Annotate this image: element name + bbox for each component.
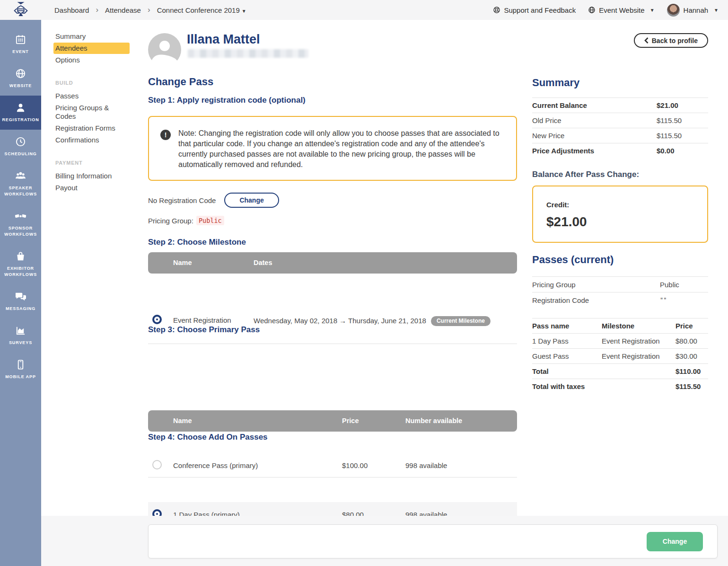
arrow-right-icon: → bbox=[337, 317, 348, 325]
submenu-item-pricing-groups[interactable]: Pricing Groups & Codes bbox=[53, 102, 130, 122]
submenu-item-confirmations[interactable]: Confirmations bbox=[53, 134, 130, 146]
submenu-item-attendees[interactable]: Attendees bbox=[53, 43, 130, 54]
submenu-item-payout[interactable]: Payout bbox=[53, 182, 130, 194]
milestone-row-event-registration[interactable]: Event Registration Wednesday, May 02, 20… bbox=[148, 295, 517, 344]
chevron-right-icon: › bbox=[96, 5, 98, 15]
credit-label: Credit: bbox=[546, 201, 694, 209]
chart-icon bbox=[15, 325, 26, 336]
sidebar-item-event[interactable]: EVENT bbox=[0, 27, 41, 62]
action-footer: Change bbox=[41, 516, 728, 566]
support-feedback-link[interactable]: Support and Feedback bbox=[493, 6, 576, 14]
lifebuoy-icon bbox=[493, 6, 500, 14]
step4-heading: Step 4: Choose Add On Passes bbox=[148, 433, 268, 442]
submenu-heading-payment: PAYMENT bbox=[55, 160, 130, 166]
summary-row-old-price: Old Price $115.50 bbox=[532, 113, 708, 128]
summary-row-price-adjustments: Price Adjustments $0.00 bbox=[532, 143, 708, 158]
back-to-profile-button[interactable]: Back to profile bbox=[634, 33, 708, 48]
passes-total-taxes-row: Total with taxes $115.50 bbox=[532, 379, 708, 394]
calendar-icon bbox=[15, 34, 26, 45]
passes-table-header: Pass name Milestone Price bbox=[532, 318, 708, 333]
action-footer-box: Change bbox=[148, 524, 718, 558]
credit-value: $21.00 bbox=[546, 214, 694, 230]
sidebar-item-sponsor-workflows[interactable]: SPONSOR WORKFLOWS bbox=[0, 204, 41, 244]
sidebar-item-mobile-app[interactable]: MOBILE APP bbox=[0, 353, 41, 387]
person-icon bbox=[15, 102, 26, 113]
breadcrumb: Dashboard › Attendease › Connect Confere… bbox=[54, 5, 246, 15]
chevron-down-icon: ▼ bbox=[650, 8, 655, 13]
passes-table: Pass name Milestone Price 1 Day Pass Eve… bbox=[532, 318, 708, 394]
breadcrumb-dashboard[interactable]: Dashboard bbox=[54, 6, 89, 14]
event-website-link[interactable]: Event Website ▼ bbox=[588, 6, 654, 14]
pricing-group-row: Pricing Group: Public bbox=[148, 216, 224, 225]
bee-logo-icon bbox=[12, 1, 29, 18]
main-content: Illana Mattel Back to profile Change Pas… bbox=[137, 20, 728, 566]
credit-box: Credit: $21.00 bbox=[532, 186, 708, 243]
chevron-right-icon: › bbox=[148, 5, 150, 15]
primary-pass-radio[interactable] bbox=[152, 460, 162, 469]
page-title: Change Pass bbox=[148, 76, 213, 88]
balance-after-heading: Balance After Pass Change: bbox=[532, 170, 639, 179]
milestone-table-header: Name Dates bbox=[148, 252, 517, 274]
sidebar-item-website[interactable]: WEBSITE bbox=[0, 62, 41, 96]
primary-pass-table-header: Name Price Number available bbox=[148, 410, 517, 432]
sidebar-item-speaker-workflows[interactable]: SPEAKER WORKFLOWS bbox=[0, 164, 41, 204]
chat-icon bbox=[15, 291, 26, 302]
summary-title: Summary bbox=[532, 77, 579, 89]
handshake-icon bbox=[15, 211, 26, 221]
step3-heading: Step 3: Choose Primary Pass bbox=[148, 325, 260, 335]
pricing-group-value: Public bbox=[196, 216, 224, 225]
summary-table: Current Balance $21.00 Old Price $115.50… bbox=[532, 97, 708, 158]
passes-total-row: Total $110.00 bbox=[532, 363, 708, 379]
registration-code-note: ! Note: Changing the registration code w… bbox=[148, 116, 517, 181]
user-menu[interactable]: Hannah ▼ bbox=[667, 4, 719, 17]
sidebar-item-surveys[interactable]: SURVEYS bbox=[0, 318, 41, 353]
step1-heading: Step 1: Apply registration code (optiona… bbox=[148, 96, 306, 105]
passes-table-row: Guest Pass Event Registration $30.00 bbox=[532, 348, 708, 363]
clock-icon bbox=[15, 136, 26, 147]
passes-info-table: Pricing Group Public Registration Code "… bbox=[532, 276, 708, 308]
user-name: Hannah bbox=[684, 6, 709, 14]
submenu-item-options[interactable]: Options bbox=[53, 54, 130, 66]
registration-submenu: Summary Attendees Options BUILD Passes P… bbox=[41, 20, 137, 516]
sidebar-item-registration[interactable]: REGISTRATION bbox=[0, 96, 41, 130]
bag-icon bbox=[15, 251, 26, 262]
summary-row-new-price: New Price $115.50 bbox=[532, 128, 708, 143]
chevron-down-icon: ▼ bbox=[242, 9, 246, 14]
passes-row-pricing-group: Pricing Group Public bbox=[532, 276, 708, 292]
summary-row-current-balance: Current Balance $21.00 bbox=[532, 97, 708, 113]
pricing-group-label: Pricing Group: bbox=[148, 217, 193, 225]
sidebar-item-scheduling[interactable]: SPEAKER WORKFLOWS SCHEDULING bbox=[0, 130, 41, 164]
registration-code-row: No Registration Code Change bbox=[148, 193, 279, 207]
icon-sidebar: EVENT WEBSITE REGISTRATION SPEAKER WORKF… bbox=[0, 20, 41, 566]
change-registration-code-button[interactable]: Change bbox=[224, 193, 279, 208]
passes-current-title: Passes (current) bbox=[532, 254, 614, 266]
submenu-item-billing-information[interactable]: Billing Information bbox=[53, 170, 130, 182]
alert-icon: ! bbox=[160, 130, 171, 140]
primary-pass-row-conference[interactable]: Conference Pass (primary) $100.00 998 av… bbox=[148, 453, 517, 478]
submenu-item-passes[interactable]: Passes bbox=[53, 90, 130, 102]
breadcrumb-attendease[interactable]: Attendease bbox=[105, 6, 141, 14]
globe-icon bbox=[588, 6, 596, 14]
sidebar-item-messaging[interactable]: MESSAGING bbox=[0, 284, 41, 318]
topbar-right: Support and Feedback Event Website ▼ Han… bbox=[493, 4, 728, 17]
submenu-item-registration-forms[interactable]: Registration Forms bbox=[53, 123, 130, 134]
milestone-radio[interactable] bbox=[152, 315, 162, 324]
people-icon bbox=[15, 170, 26, 181]
passes-table-row: 1 Day Pass Event Registration $80.00 bbox=[532, 333, 708, 348]
chevron-left-icon bbox=[644, 37, 649, 44]
sidebar-item-exhibitor-workflows[interactable]: EXHIBITOR WORKFLOWS bbox=[0, 244, 41, 284]
phone-icon bbox=[15, 359, 26, 370]
chevron-down-icon: ▼ bbox=[714, 8, 719, 13]
step2-heading: Step 2: Choose Milestone bbox=[148, 238, 246, 247]
breadcrumb-event-selector[interactable]: Connect Conference 2019▼ bbox=[157, 6, 246, 14]
current-milestone-badge: Current Milestone bbox=[431, 316, 491, 326]
user-avatar bbox=[667, 4, 680, 17]
no-registration-code-label: No Registration Code bbox=[148, 196, 216, 204]
attendease-logo[interactable] bbox=[0, 1, 41, 18]
note-text: Note: Changing the registration code wil… bbox=[178, 128, 502, 170]
milestone-dates: Wednesday, May 02, 2018→Thursday, June 2… bbox=[254, 316, 491, 326]
submit-change-button[interactable]: Change bbox=[647, 532, 703, 551]
submenu-item-summary[interactable]: Summary bbox=[53, 31, 130, 42]
change-pass-section: Change Pass Step 1: Apply registration c… bbox=[148, 20, 517, 220]
submenu-heading-build: BUILD bbox=[55, 80, 130, 86]
